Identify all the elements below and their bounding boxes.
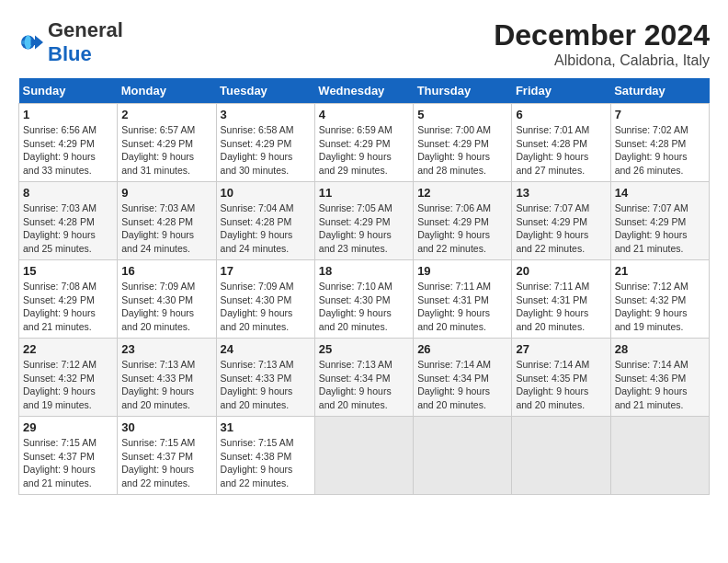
calendar-week-row: 1Sunrise: 6:56 AM Sunset: 4:29 PM Daylig…: [19, 104, 710, 182]
calendar-cell: [414, 417, 512, 495]
day-number: 6: [516, 108, 606, 121]
location-title: Albidona, Calabria, Italy: [494, 52, 710, 69]
calendar-cell: 22Sunrise: 7:12 AM Sunset: 4:32 PM Dayli…: [19, 339, 118, 417]
day-number: 2: [121, 108, 211, 121]
day-info: Sunrise: 7:08 AM Sunset: 4:29 PM Dayligh…: [23, 280, 113, 334]
calendar-day-header: Friday: [512, 78, 610, 104]
day-number: 18: [319, 264, 409, 278]
calendar-cell: 8Sunrise: 7:03 AM Sunset: 4:28 PM Daylig…: [19, 182, 118, 260]
day-number: 8: [23, 186, 113, 200]
day-number: 22: [23, 342, 113, 356]
logo-blue-text: Blue: [48, 42, 92, 65]
day-info: Sunrise: 7:00 AM Sunset: 4:29 PM Dayligh…: [417, 123, 507, 178]
logo-general-text: General: [48, 18, 123, 41]
day-info: Sunrise: 7:14 AM Sunset: 4:35 PM Dayligh…: [516, 358, 606, 412]
day-info: Sunrise: 7:09 AM Sunset: 4:30 PM Dayligh…: [221, 280, 311, 334]
day-info: Sunrise: 7:06 AM Sunset: 4:29 PM Dayligh…: [417, 201, 507, 256]
day-number: 29: [23, 420, 113, 434]
calendar-day-header: Sunday: [19, 78, 118, 104]
day-info: Sunrise: 6:57 AM Sunset: 4:29 PM Dayligh…: [121, 123, 211, 178]
day-info: Sunrise: 7:04 AM Sunset: 4:28 PM Dayligh…: [221, 201, 311, 256]
calendar-cell: 4Sunrise: 6:59 AM Sunset: 4:29 PM Daylig…: [314, 104, 413, 182]
day-info: Sunrise: 7:10 AM Sunset: 4:30 PM Dayligh…: [319, 280, 409, 334]
day-number: 1: [23, 108, 113, 121]
calendar-cell: 11Sunrise: 7:05 AM Sunset: 4:29 PM Dayli…: [314, 182, 413, 260]
day-number: 11: [319, 186, 409, 200]
day-number: 26: [417, 342, 507, 356]
calendar-cell: 16Sunrise: 7:09 AM Sunset: 4:30 PM Dayli…: [118, 260, 216, 339]
day-number: 7: [615, 108, 705, 121]
calendar-cell: 10Sunrise: 7:04 AM Sunset: 4:28 PM Dayli…: [216, 182, 314, 260]
calendar-body: 1Sunrise: 6:56 AM Sunset: 4:29 PM Daylig…: [19, 104, 710, 495]
day-number: 15: [23, 264, 113, 278]
day-info: Sunrise: 7:12 AM Sunset: 4:32 PM Dayligh…: [615, 280, 705, 334]
calendar-cell: 19Sunrise: 7:11 AM Sunset: 4:31 PM Dayli…: [414, 260, 512, 339]
day-info: Sunrise: 7:12 AM Sunset: 4:32 PM Dayligh…: [23, 358, 113, 412]
calendar-cell: 29Sunrise: 7:15 AM Sunset: 4:37 PM Dayli…: [19, 417, 118, 495]
calendar-cell: 9Sunrise: 7:03 AM Sunset: 4:28 PM Daylig…: [118, 182, 216, 260]
day-info: Sunrise: 6:56 AM Sunset: 4:29 PM Dayligh…: [23, 123, 113, 178]
logo-icon: [18, 29, 46, 56]
calendar-cell: 7Sunrise: 7:02 AM Sunset: 4:28 PM Daylig…: [610, 104, 709, 182]
day-number: 9: [121, 186, 211, 200]
day-info: Sunrise: 7:14 AM Sunset: 4:36 PM Dayligh…: [615, 358, 705, 412]
calendar-cell: 30Sunrise: 7:15 AM Sunset: 4:37 PM Dayli…: [118, 417, 216, 495]
day-number: 24: [221, 342, 311, 356]
calendar-week-row: 29Sunrise: 7:15 AM Sunset: 4:37 PM Dayli…: [19, 417, 710, 495]
day-info: Sunrise: 7:13 AM Sunset: 4:33 PM Dayligh…: [221, 358, 311, 412]
logo: General Blue: [18, 18, 123, 66]
calendar-day-header: Tuesday: [216, 78, 314, 104]
calendar-cell: 3Sunrise: 6:58 AM Sunset: 4:29 PM Daylig…: [216, 104, 314, 182]
calendar-cell: 13Sunrise: 7:07 AM Sunset: 4:29 PM Dayli…: [512, 182, 610, 260]
calendar-cell: 17Sunrise: 7:09 AM Sunset: 4:30 PM Dayli…: [216, 260, 314, 339]
day-number: 14: [615, 186, 705, 200]
title-block: December 2024 Albidona, Calabria, Italy: [494, 18, 710, 69]
day-number: 17: [221, 264, 311, 278]
day-number: 25: [319, 342, 409, 356]
calendar-day-header: Monday: [118, 78, 216, 104]
day-number: 21: [615, 264, 705, 278]
calendar-cell: 12Sunrise: 7:06 AM Sunset: 4:29 PM Dayli…: [414, 182, 512, 260]
day-number: 27: [516, 342, 606, 356]
calendar-cell: 24Sunrise: 7:13 AM Sunset: 4:33 PM Dayli…: [216, 339, 314, 417]
day-number: 16: [121, 264, 211, 278]
day-number: 31: [221, 420, 311, 434]
calendar-cell: 18Sunrise: 7:10 AM Sunset: 4:30 PM Dayli…: [314, 260, 413, 339]
month-title: December 2024: [494, 18, 710, 52]
calendar-cell: 6Sunrise: 7:01 AM Sunset: 4:28 PM Daylig…: [512, 104, 610, 182]
page-header: General Blue December 2024 Albidona, Cal…: [18, 18, 710, 69]
calendar-cell: 15Sunrise: 7:08 AM Sunset: 4:29 PM Dayli…: [19, 260, 118, 339]
calendar-week-row: 15Sunrise: 7:08 AM Sunset: 4:29 PM Dayli…: [19, 260, 710, 339]
calendar-cell: 23Sunrise: 7:13 AM Sunset: 4:33 PM Dayli…: [118, 339, 216, 417]
calendar-cell: [512, 417, 610, 495]
day-number: 3: [221, 108, 311, 121]
day-number: 5: [417, 108, 507, 121]
calendar-week-row: 8Sunrise: 7:03 AM Sunset: 4:28 PM Daylig…: [19, 182, 710, 260]
day-info: Sunrise: 7:15 AM Sunset: 4:37 PM Dayligh…: [121, 436, 211, 490]
calendar-cell: 5Sunrise: 7:00 AM Sunset: 4:29 PM Daylig…: [414, 104, 512, 182]
day-number: 20: [516, 264, 606, 278]
day-number: 23: [121, 342, 211, 356]
calendar-day-header: Saturday: [610, 78, 709, 104]
day-info: Sunrise: 7:03 AM Sunset: 4:28 PM Dayligh…: [23, 201, 113, 256]
calendar-day-header: Thursday: [414, 78, 512, 104]
calendar-cell: 25Sunrise: 7:13 AM Sunset: 4:34 PM Dayli…: [314, 339, 413, 417]
day-number: 13: [516, 186, 606, 200]
day-number: 10: [221, 186, 311, 200]
calendar-cell: 2Sunrise: 6:57 AM Sunset: 4:29 PM Daylig…: [118, 104, 216, 182]
day-info: Sunrise: 7:03 AM Sunset: 4:28 PM Dayligh…: [121, 201, 211, 256]
day-info: Sunrise: 7:13 AM Sunset: 4:33 PM Dayligh…: [121, 358, 211, 412]
day-info: Sunrise: 7:15 AM Sunset: 4:37 PM Dayligh…: [23, 436, 113, 490]
calendar-cell: 21Sunrise: 7:12 AM Sunset: 4:32 PM Dayli…: [610, 260, 709, 339]
day-info: Sunrise: 7:07 AM Sunset: 4:29 PM Dayligh…: [615, 201, 705, 256]
day-number: 4: [319, 108, 409, 121]
calendar-cell: 31Sunrise: 7:15 AM Sunset: 4:38 PM Dayli…: [216, 417, 314, 495]
calendar-header-row: SundayMondayTuesdayWednesdayThursdayFrid…: [19, 78, 710, 104]
calendar-week-row: 22Sunrise: 7:12 AM Sunset: 4:32 PM Dayli…: [19, 339, 710, 417]
calendar-table: SundayMondayTuesdayWednesdayThursdayFrid…: [18, 78, 710, 495]
day-info: Sunrise: 7:01 AM Sunset: 4:28 PM Dayligh…: [516, 123, 606, 178]
calendar-cell: [314, 417, 413, 495]
day-info: Sunrise: 7:02 AM Sunset: 4:28 PM Dayligh…: [615, 123, 705, 178]
calendar-day-header: Wednesday: [314, 78, 413, 104]
calendar-cell: [610, 417, 709, 495]
